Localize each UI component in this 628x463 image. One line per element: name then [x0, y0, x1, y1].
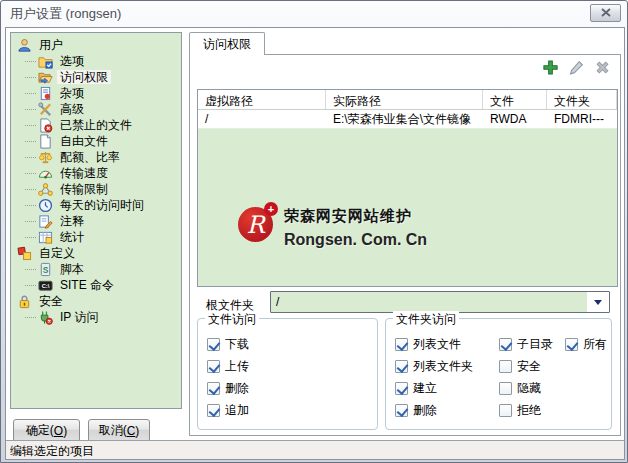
tree-item-access-rights[interactable]: 访问权限	[11, 69, 181, 85]
delete-button[interactable]	[593, 59, 612, 78]
titlebar[interactable]: 用户设置 (rongsen)	[1, 1, 627, 27]
script-icon: S	[38, 262, 53, 277]
tree-item-label: 杂项	[57, 86, 87, 100]
folder-access-group-title: 文件夹访问	[393, 311, 459, 328]
path-list-row[interactable]: / E:\荣森伟业集合\文件镜像 RWDA FDMRI---	[198, 110, 617, 129]
checkbox-icon	[565, 338, 578, 351]
checkbox-icon	[499, 360, 512, 373]
checkbox-deny[interactable]: 拒绝	[499, 402, 541, 419]
checkbox-icon	[499, 382, 512, 395]
file-access-group-title: 文件访问	[205, 311, 259, 328]
checkbox-upload[interactable]: 上传	[207, 358, 249, 375]
tree-item-label: 注释	[57, 214, 87, 228]
ok-button-label: 确定(	[26, 422, 54, 439]
watermark-line2: Rongsen. Com. Cn	[284, 231, 427, 249]
checkbox-create[interactable]: 建立	[395, 380, 437, 397]
tree-item-notes[interactable]: 注释	[11, 213, 181, 229]
edit-button[interactable]	[567, 59, 586, 78]
daily-access-time-icon	[38, 198, 53, 213]
chevron-down-icon	[594, 300, 602, 305]
close-button[interactable]	[590, 4, 621, 22]
tree-item-label: 安全	[36, 294, 66, 308]
transfer-limit-icon	[38, 182, 53, 197]
tree-item-options[interactable]: 选项	[11, 53, 181, 69]
checkbox-delete-file[interactable]: 删除	[207, 380, 249, 397]
add-button[interactable]	[541, 59, 560, 78]
dialog-client-area: 用户 选项 访问权限 杂项 高级 已禁止的文件	[5, 27, 625, 460]
tree-item-label: 用户	[36, 38, 66, 52]
ok-button[interactable]: 确定(O)	[13, 419, 80, 442]
tree-item-script[interactable]: S 脚本	[11, 261, 181, 277]
rongsen-logo-icon: R +	[238, 207, 273, 242]
quota-ratio-icon	[38, 150, 53, 165]
tab-access-rights[interactable]: 访问权限	[189, 32, 265, 55]
checkbox-subdirectories[interactable]: 子目录	[499, 336, 553, 353]
checkbox-icon	[207, 338, 220, 351]
ip-access-icon	[38, 310, 53, 325]
options-folder-icon	[38, 54, 53, 69]
status-bar: 编辑选定的项目	[6, 440, 624, 459]
checkbox-icon	[395, 382, 408, 395]
tree-item-misc[interactable]: 杂项	[11, 85, 181, 101]
checkbox-download[interactable]: 下载	[207, 336, 249, 353]
statistics-icon	[38, 230, 53, 245]
checkbox-icon	[207, 382, 220, 395]
tree-item-label: 访问权限	[57, 70, 111, 84]
tree-item-transfer-limit[interactable]: 传输限制	[11, 181, 181, 197]
tree-item-label: 传输速度	[57, 166, 111, 180]
custom-icon	[17, 246, 32, 261]
tree-item-label: IP 访问	[57, 310, 101, 324]
tree-item-site-command[interactable]: C:\ SITE 命令	[11, 277, 181, 293]
column-header-real-path[interactable]: 实际路径	[326, 90, 483, 109]
tree-item-daily-access-time[interactable]: 每天的访问时间	[11, 197, 181, 213]
checkbox-hidden[interactable]: 隐藏	[499, 380, 541, 397]
checkbox-delete-folder[interactable]: 删除	[395, 402, 437, 419]
combo-dropdown-button[interactable]	[587, 292, 609, 312]
access-rights-panel: 虚拟路径 实际路径 文件 文件夹 / E:\荣森伟业集合\文件镜像 RWDA F…	[189, 54, 621, 436]
cancel-button[interactable]: 取消(C)	[88, 419, 150, 442]
checkbox-icon	[395, 338, 408, 351]
cell-virtual-path: /	[198, 112, 326, 126]
security-lock-icon	[17, 294, 32, 309]
cell-folder-perms: FDMRI---	[547, 112, 617, 126]
checkbox-all[interactable]: 所有	[565, 336, 607, 353]
tree-item-security[interactable]: 安全	[11, 293, 181, 309]
cell-real-path: E:\荣森伟业集合\文件镜像	[326, 111, 483, 128]
checkbox-list-files[interactable]: 列表文件	[395, 336, 461, 353]
delete-icon	[594, 59, 611, 79]
root-folder-combobox[interactable]: /	[270, 291, 610, 313]
tree-item-advanced[interactable]: 高级	[11, 101, 181, 117]
close-icon	[601, 6, 611, 20]
tree-item-banned-files[interactable]: 已禁止的文件	[11, 117, 181, 133]
tree-item-label: SITE 命令	[57, 278, 117, 292]
tree-item-free-files[interactable]: 自由文件	[11, 133, 181, 149]
checkbox-security[interactable]: 安全	[499, 358, 541, 375]
column-header-virtual-path[interactable]: 虚拟路径	[198, 90, 326, 109]
svg-text:C:\: C:\	[42, 283, 50, 289]
tree-item-label: 配额、比率	[57, 150, 123, 164]
advanced-tools-icon	[38, 102, 53, 117]
tree-item-quota-ratio[interactable]: 配额、比率	[11, 149, 181, 165]
tree-item-ip-access[interactable]: IP 访问	[11, 309, 181, 325]
checkbox-icon	[395, 360, 408, 373]
site-command-icon: C:\	[38, 278, 53, 293]
tree-item-user[interactable]: 用户	[11, 37, 181, 53]
tree-item-statistics[interactable]: 统计	[11, 229, 181, 245]
path-list-header: 虚拟路径 实际路径 文件 文件夹	[198, 90, 617, 110]
checkbox-list-folders[interactable]: 列表文件夹	[395, 358, 473, 375]
tree-item-transfer-speed[interactable]: 传输速度	[11, 165, 181, 181]
folder-access-group: 文件夹访问 列表文件 列表文件夹 建立 删除	[385, 318, 612, 430]
tree-item-label: 脚本	[57, 262, 87, 276]
checkbox-icon	[207, 360, 220, 373]
svg-text:S: S	[43, 264, 49, 274]
checkbox-append[interactable]: 追加	[207, 402, 249, 419]
checkbox-icon	[207, 404, 220, 417]
tree-item-label: 高级	[57, 102, 87, 116]
tree-item-label: 已禁止的文件	[57, 118, 135, 132]
tree-item-custom[interactable]: 自定义	[11, 245, 181, 261]
tree-item-label: 统计	[57, 230, 87, 244]
column-header-folder[interactable]: 文件夹	[547, 90, 617, 109]
column-header-file[interactable]: 文件	[483, 90, 547, 109]
checkbox-icon	[499, 404, 512, 417]
tab-label: 访问权限	[203, 36, 251, 53]
